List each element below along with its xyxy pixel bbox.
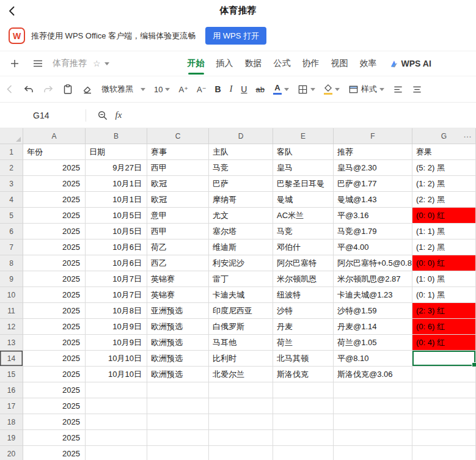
doc-chevron-down-icon[interactable]: [104, 62, 109, 65]
tab-home[interactable]: 开始: [188, 51, 205, 76]
cell-B12[interactable]: 10月9日: [86, 319, 147, 335]
row-header-7[interactable]: 7: [0, 239, 23, 255]
select-all-corner[interactable]: [0, 128, 23, 144]
zoom-icon[interactable]: [95, 110, 111, 121]
cell-B8[interactable]: 10月6日: [86, 255, 147, 271]
cell-B14[interactable]: 10月10日: [86, 351, 147, 367]
tab-collaborate[interactable]: 协作: [302, 51, 320, 76]
cell-D12[interactable]: 白俄罗斯: [209, 319, 273, 335]
cell-E19[interactable]: [273, 430, 334, 446]
column-header-E[interactable]: E: [273, 128, 334, 144]
strikethrough-button[interactable]: ab: [255, 85, 264, 94]
cell-B1[interactable]: 日期: [86, 144, 147, 160]
cell-A14[interactable]: 2025: [23, 351, 86, 367]
cell-D19[interactable]: [209, 430, 273, 446]
cell-D2[interactable]: 马竞: [209, 160, 273, 176]
cell-B6[interactable]: 10月5日: [86, 224, 147, 239]
font-size-dropdown[interactable]: 10: [154, 85, 170, 94]
cell-E12[interactable]: 丹麦: [273, 319, 334, 335]
decrease-font-button[interactable]: A⁻: [197, 85, 207, 94]
wps-ai-button[interactable]: WPS AI: [389, 59, 431, 68]
cell-B18[interactable]: [86, 414, 147, 430]
cell-D11[interactable]: 印度尼西亚: [209, 303, 273, 319]
tab-efficiency[interactable]: 效率: [360, 51, 377, 76]
column-header-A[interactable]: A: [23, 128, 86, 144]
row-header-1[interactable]: 1: [0, 144, 23, 160]
cell-B15[interactable]: 10月10日: [86, 367, 147, 382]
cell-E13[interactable]: 荷兰: [273, 335, 334, 351]
row-header-5[interactable]: 5: [0, 208, 23, 224]
cell-A18[interactable]: 2025: [23, 414, 86, 430]
cell-E18[interactable]: [273, 414, 334, 430]
cell-styles-button[interactable]: 样式: [348, 84, 384, 95]
favorite-star-icon[interactable]: ☆: [93, 59, 101, 68]
cell-C16[interactable]: [147, 382, 209, 398]
cell-D13[interactable]: 马耳他: [209, 335, 273, 351]
cell-G18[interactable]: [412, 414, 476, 430]
row-header-17[interactable]: 17: [0, 398, 23, 414]
cell-F14[interactable]: 平@8.10: [334, 351, 412, 367]
cell-G7[interactable]: (1: 2) 黑: [412, 239, 476, 255]
cell-A19[interactable]: 2025: [23, 430, 86, 446]
cell-D8[interactable]: 利安泥沙: [209, 255, 273, 271]
document-name[interactable]: 体育推荐: [53, 58, 87, 69]
cell-F9[interactable]: 米尔顿凯思@2.87: [334, 271, 412, 287]
cell-D10[interactable]: 卡迪夫城: [209, 287, 273, 303]
row-header-4[interactable]: 4: [0, 192, 23, 208]
cell-A5[interactable]: 2025: [23, 208, 86, 224]
cell-C13[interactable]: 欧洲预选: [147, 335, 209, 351]
cell-C5[interactable]: 意甲: [147, 208, 209, 224]
cell-F15[interactable]: 斯洛伐克@3.06: [334, 367, 412, 382]
cell-D9[interactable]: 雷丁: [209, 271, 273, 287]
cell-A10[interactable]: 2025: [23, 287, 86, 303]
cell-C14[interactable]: 欧洲预选: [147, 351, 209, 367]
cell-G9[interactable]: (1: 0) 黑: [412, 271, 476, 287]
cell-A17[interactable]: 2025: [23, 398, 86, 414]
cell-G3[interactable]: (1: 2) 黑: [412, 176, 476, 192]
cell-A7[interactable]: 2025: [23, 239, 86, 255]
cell-E9[interactable]: 米尔顿凯恩: [273, 271, 334, 287]
cell-E1[interactable]: 客队: [273, 144, 334, 160]
cell-E11[interactable]: 沙特: [273, 303, 334, 319]
cell-A13[interactable]: 2025: [23, 335, 86, 351]
cell-G11[interactable]: (2: 3) 红: [412, 303, 476, 319]
cell-C19[interactable]: [147, 430, 209, 446]
cell-G4[interactable]: (2: 2) 黑: [412, 192, 476, 208]
tab-view[interactable]: 视图: [331, 51, 348, 76]
cell-F6[interactable]: 马竞@1.79: [334, 224, 412, 239]
italic-button[interactable]: I: [230, 84, 233, 94]
cell-G15[interactable]: [412, 367, 476, 382]
cell-A9[interactable]: 2025: [23, 271, 86, 287]
cell-A1[interactable]: 年份: [23, 144, 86, 160]
cell-C20[interactable]: [147, 446, 209, 460]
cell-G2[interactable]: (5: 2) 黑: [412, 160, 476, 176]
cell-B16[interactable]: [86, 382, 147, 398]
cell-G10[interactable]: (0: 1) 黑: [412, 287, 476, 303]
collapse-back-icon[interactable]: [5, 84, 15, 94]
cell-D20[interactable]: [209, 446, 273, 460]
cell-C11[interactable]: 亚洲预选: [147, 303, 209, 319]
cell-B4[interactable]: 10月1日: [86, 192, 147, 208]
back-icon[interactable]: [5, 4, 20, 18]
bold-button[interactable]: B: [215, 84, 221, 94]
borders-button[interactable]: [298, 84, 315, 95]
cell-F12[interactable]: 丹麦@1.14: [334, 319, 412, 335]
cell-F18[interactable]: [334, 414, 412, 430]
column-header-C[interactable]: C: [147, 128, 209, 144]
cell-D5[interactable]: 尤文: [209, 208, 273, 224]
cell-B2[interactable]: 9月27日: [86, 160, 147, 176]
cell-B13[interactable]: 10月9日: [86, 335, 147, 351]
row-header-12[interactable]: 12: [0, 319, 23, 335]
cell-F16[interactable]: [334, 382, 412, 398]
eraser-icon[interactable]: [82, 84, 93, 95]
cell-C15[interactable]: 欧洲预选: [147, 367, 209, 382]
undo-icon[interactable]: [23, 84, 34, 95]
cell-C3[interactable]: 欧冠: [147, 176, 209, 192]
cell-D4[interactable]: 摩纳哥: [209, 192, 273, 208]
cell-A11[interactable]: 2025: [23, 303, 86, 319]
cell-F8[interactable]: 阿尔巴塞特+0.5@0.8: [334, 255, 412, 271]
cell-A2[interactable]: 2025: [23, 160, 86, 176]
cell-C6[interactable]: 西甲: [147, 224, 209, 239]
menu-icon[interactable]: [32, 57, 44, 70]
font-name-dropdown[interactable]: 微软雅黑: [101, 84, 145, 95]
